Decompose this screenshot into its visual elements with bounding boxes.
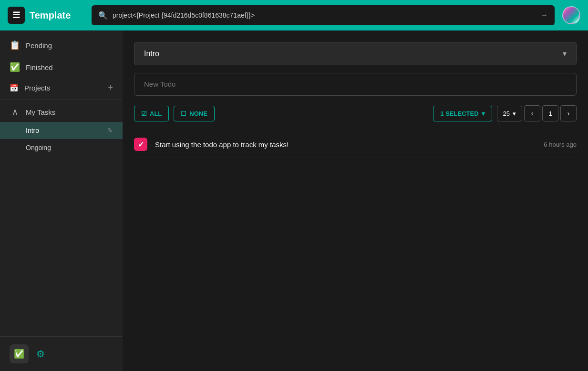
collapse-icon: ∧: [10, 107, 20, 117]
sidebar-projects-label: Projects: [24, 84, 50, 92]
select-all-button[interactable]: ☑ ALL: [134, 106, 169, 121]
select-none-icon: ☐: [181, 110, 186, 117]
logo-icon: ☰: [8, 7, 25, 24]
search-input[interactable]: [113, 11, 536, 19]
sidebar-task-icon-btn[interactable]: ✅: [10, 344, 29, 363]
selected-dropdown-icon: ▾: [482, 110, 485, 117]
todo-checkbox[interactable]: ✓: [134, 138, 147, 151]
toolbar: ☑ ALL ☐ NONE 1 SELECTED ▾ 25 ▾ ‹ 1 ›: [134, 105, 577, 121]
todo-list: ✓ Start using the todo app to track my t…: [134, 131, 577, 158]
new-todo-field: [134, 73, 577, 96]
task-icon: ✅: [14, 349, 24, 359]
per-page-button[interactable]: 25 ▾: [497, 106, 522, 121]
search-bar: 🔍 →: [92, 5, 555, 25]
select-all-icon: ☑: [141, 110, 147, 117]
sidebar-sub-items: Intro ✎ Ongoing ✎: [0, 122, 123, 160]
sidebar-item-pending-label: Pending: [26, 41, 52, 50]
sidebar-item-finished[interactable]: ✅ Finished: [0, 56, 123, 78]
prev-page-button[interactable]: ‹: [524, 105, 540, 121]
pagination: 25 ▾ ‹ 1 ›: [497, 105, 577, 121]
select-none-label: NONE: [189, 110, 207, 117]
search-icon: 🔍: [98, 11, 108, 20]
settings-icon[interactable]: ⚙: [36, 348, 45, 360]
main-content: Intro ▾ ☑ ALL ☐ NONE 1 SELECTED ▾: [123, 30, 588, 371]
checkmark-icon: ✓: [138, 140, 144, 149]
sidebar: 📋 Pending ✅ Finished 📅 Projects + ∧ My T…: [0, 30, 123, 371]
table-row: ✓ Start using the todo app to track my t…: [134, 131, 577, 158]
app-title: Template: [30, 10, 71, 21]
search-submit-icon[interactable]: →: [540, 11, 548, 20]
select-none-button[interactable]: ☐ NONE: [174, 106, 215, 121]
my-tasks-label: My Tasks: [26, 108, 113, 116]
sidebar-item-finished-label: Finished: [26, 63, 53, 71]
sidebar-item-projects[interactable]: 📅 Projects +: [0, 78, 123, 98]
sidebar-item-pending[interactable]: 📋 Pending: [0, 34, 123, 56]
add-project-icon[interactable]: +: [108, 83, 113, 93]
sidebar-item-intro[interactable]: Intro ✎: [0, 122, 123, 139]
sidebar-divider: [0, 100, 123, 100]
sidebar-intro-label: Intro: [26, 127, 39, 134]
sidebar-item-ongoing[interactable]: Ongoing ✎: [0, 139, 123, 156]
avatar[interactable]: [562, 6, 580, 24]
projects-icon: 📅: [10, 84, 19, 92]
chevron-down-icon: ▾: [563, 49, 567, 58]
current-page: 1: [542, 105, 558, 121]
next-page-button[interactable]: ›: [560, 105, 577, 121]
finished-icon: ✅: [10, 62, 20, 72]
todo-text: Start using the todo app to track my tas…: [155, 140, 536, 149]
selected-count-label: 1 SELECTED: [440, 110, 478, 117]
main-layout: 📋 Pending ✅ Finished 📅 Projects + ∧ My T…: [0, 30, 588, 371]
per-page-value: 25: [503, 110, 510, 117]
selected-count-button[interactable]: 1 SELECTED ▾: [433, 106, 492, 121]
sidebar-bottom: ✅ ⚙: [0, 336, 123, 371]
per-page-chevron-icon: ▾: [513, 110, 516, 117]
list-dropdown[interactable]: Intro ▾: [134, 42, 577, 65]
sidebar-nav: 📋 Pending ✅ Finished 📅 Projects + ∧ My T…: [0, 30, 123, 164]
sidebar-ongoing-label: Ongoing: [26, 144, 51, 151]
edit-intro-icon[interactable]: ✎: [107, 127, 113, 134]
app-logo: ☰ Template: [8, 7, 84, 24]
todo-timestamp: 6 hours ago: [544, 141, 577, 148]
sidebar-my-tasks[interactable]: ∧ My Tasks: [0, 102, 123, 122]
header: ☰ Template 🔍 →: [0, 0, 588, 30]
pending-icon: 📋: [10, 40, 20, 50]
dropdown-label: Intro: [144, 50, 159, 58]
select-all-label: ALL: [150, 110, 162, 117]
new-todo-input[interactable]: [144, 80, 567, 88]
